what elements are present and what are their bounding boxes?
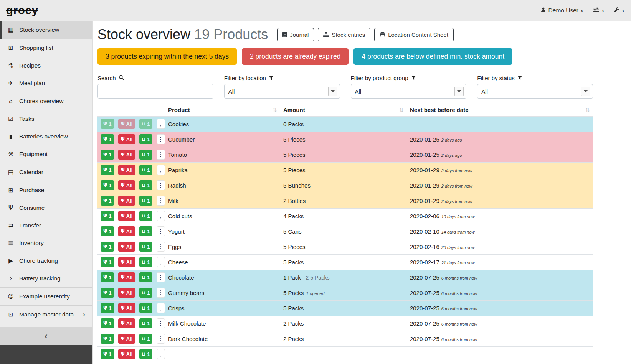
consume-one-button[interactable]: Ψ1 <box>101 334 114 344</box>
consume-one-button[interactable]: Ψ1 <box>101 180 114 190</box>
sidebar-item-shopping-list[interactable]: ⊞ Shopping list <box>0 39 92 57</box>
expiring-banner[interactable]: 3 products expiring within the next 5 da… <box>97 48 237 65</box>
search-input[interactable] <box>97 84 213 99</box>
row-menu-button[interactable]: ⋮ <box>157 288 165 298</box>
open-one-button[interactable]: ⊔1 <box>139 211 153 221</box>
sidebar-item-recipes[interactable]: ⚗ Recipes <box>0 57 92 74</box>
row-menu-button[interactable]: ⋮ <box>157 226 165 236</box>
table-row[interactable]: Ψ1 ΨAll ⊔1 ⋮ Dark Chocolate 2 Packs 2020… <box>97 331 593 346</box>
open-one-button[interactable]: ⊔1 <box>139 119 153 129</box>
admin-menu[interactable]: › <box>614 7 624 14</box>
open-one-button[interactable]: ⊔1 <box>139 272 153 282</box>
table-row[interactable]: Ψ1 ΨAll ⊔1 ⋮ <box>97 346 593 362</box>
consume-one-button[interactable]: Ψ1 <box>101 119 114 129</box>
table-row[interactable]: Ψ1 ΨAll ⊔1 ⋮ Gummy bears 5 Packs1 opened… <box>97 285 593 300</box>
table-row[interactable]: Ψ1 ΨAll ⊔1 ⋮ Cookies 0 Packs <box>97 116 593 132</box>
consume-all-button[interactable]: ΨAll <box>118 165 135 175</box>
sidebar-item-calendar[interactable]: ▤ Calendar <box>0 163 92 181</box>
consume-one-button[interactable]: Ψ1 <box>101 288 114 298</box>
column-header-amount[interactable]: Amount ⇅ <box>280 104 407 117</box>
sidebar-item-chore-tracking[interactable]: ▶ Chore tracking <box>0 252 92 270</box>
consume-one-button[interactable]: Ψ1 <box>101 150 114 160</box>
table-row[interactable]: Ψ1 ΨAll ⊔1 ⋮ Cucumber 5 Pieces 2020-01-2… <box>97 132 593 147</box>
consume-one-button[interactable]: Ψ1 <box>101 257 114 267</box>
sidebar-item-consume[interactable]: Ψ Consume <box>0 199 92 217</box>
table-row[interactable]: Ψ1 ΨAll ⊔1 ⋮ Cold cuts 4 Packs 2020-02-0… <box>97 208 593 224</box>
consume-all-button[interactable]: ΨAll <box>118 226 135 236</box>
row-menu-button[interactable]: ⋮ <box>157 272 165 282</box>
open-one-button[interactable]: ⊔1 <box>139 150 153 160</box>
consume-all-button[interactable]: ΨAll <box>118 134 135 144</box>
row-menu-button[interactable]: ⋮ <box>157 349 165 359</box>
table-row[interactable]: Ψ1 ΨAll ⊔1 ⋮ Crisps 5 Packs 2020-07-256 … <box>97 300 593 316</box>
row-menu-button[interactable]: ⋮ <box>157 196 165 206</box>
sidebar-item-inventory[interactable]: ☰ Inventory <box>0 234 92 252</box>
open-one-button[interactable]: ⊔1 <box>139 318 153 328</box>
sidebar-item-equipment[interactable]: ⚒ Equipment <box>0 145 92 163</box>
open-one-button[interactable]: ⊔1 <box>139 303 153 313</box>
row-menu-button[interactable]: ⋮ <box>157 334 165 344</box>
settings-menu[interactable]: › <box>593 7 604 15</box>
expired-banner[interactable]: 2 products are already expired <box>242 48 349 65</box>
table-row[interactable]: Ψ1 ΨAll ⊔1 ⋮ Cheese 5 Packs 2020-02-1721… <box>97 254 593 270</box>
sidebar-item-manage-master-data[interactable]: ⊡ Manage master data › <box>0 306 92 323</box>
consume-one-button[interactable]: Ψ1 <box>101 349 114 359</box>
app-logo[interactable]: grocy <box>6 4 38 17</box>
table-row[interactable]: Ψ1 ΨAll ⊔1 ⋮ Chocolate 1 PackΣ 5 Packs 2… <box>97 270 593 285</box>
consume-all-button[interactable]: ΨAll <box>118 150 135 160</box>
row-menu-button[interactable]: ⋮ <box>157 211 165 221</box>
table-row[interactable]: Ψ1 ΨAll ⊔1 ⋮ Tomato 5 Pieces 2020-01-252… <box>97 147 593 162</box>
table-row[interactable]: Ψ1 ΨAll ⊔1 ⋮ Eggs 5 Pieces 2020-02-1620 … <box>97 239 593 254</box>
open-one-button[interactable]: ⊔1 <box>139 288 153 298</box>
consume-all-button[interactable]: ΨAll <box>118 272 135 282</box>
table-row[interactable]: Ψ1 ΨAll ⊔1 ⋮ Yogurt 5 Cans 2020-02-1014 … <box>97 224 593 239</box>
row-menu-button[interactable]: ⋮ <box>157 303 165 313</box>
sidebar-item-example-userentity[interactable]: ☺ Example userentity <box>0 288 92 305</box>
consume-all-button[interactable]: ΨAll <box>118 257 135 267</box>
location-filter-select[interactable]: All <box>224 84 340 99</box>
open-one-button[interactable]: ⊔1 <box>139 349 153 359</box>
location-content-sheet-button[interactable]: Location Content Sheet <box>374 28 454 41</box>
sidebar-collapse-button[interactable]: ‹ <box>0 327 92 345</box>
consume-all-button[interactable]: ΨAll <box>118 334 135 344</box>
column-header-best-before[interactable]: Next best before date ⇅ <box>407 104 593 117</box>
table-row[interactable]: Ψ1 ΨAll ⊔1 ⋮ Milk 2 Bottles 2020-01-292 … <box>97 193 593 208</box>
consume-all-button[interactable]: ΨAll <box>118 211 135 221</box>
column-header-product[interactable]: Product ⇅ <box>165 104 280 117</box>
open-one-button[interactable]: ⊔1 <box>139 226 153 236</box>
row-menu-button[interactable]: ⋮ <box>157 242 165 252</box>
consume-all-button[interactable]: ΨAll <box>118 119 135 129</box>
sidebar-item-purchase[interactable]: ⊞ Purchase <box>0 181 92 199</box>
journal-button[interactable]: Journal <box>277 28 314 41</box>
sidebar-item-meal-plan[interactable]: ✈ Meal plan <box>0 74 92 92</box>
consume-one-button[interactable]: Ψ1 <box>101 211 114 221</box>
open-one-button[interactable]: ⊔1 <box>139 242 153 252</box>
sidebar-item-tasks[interactable]: ☑ Tasks <box>0 110 92 128</box>
product-group-filter-select[interactable]: All <box>351 84 467 99</box>
consume-all-button[interactable]: ΨAll <box>118 242 135 252</box>
open-one-button[interactable]: ⊔1 <box>139 334 153 344</box>
row-menu-button[interactable]: ⋮ <box>157 134 165 144</box>
open-one-button[interactable]: ⊔1 <box>139 165 153 175</box>
row-menu-button[interactable]: ⋮ <box>157 165 165 175</box>
table-row[interactable]: Ψ1 ΨAll ⊔1 ⋮ Radish 5 Bunches 2020-01-29… <box>97 178 593 193</box>
row-menu-button[interactable]: ⋮ <box>157 180 165 190</box>
sidebar-item-battery-tracking[interactable]: ⚡ Battery tracking <box>0 270 92 287</box>
row-menu-button[interactable]: ⋮ <box>157 119 165 129</box>
sidebar-item-batteries-overview[interactable]: ▮ Batteries overview <box>0 128 92 145</box>
consume-one-button[interactable]: Ψ1 <box>101 134 114 144</box>
consume-one-button[interactable]: Ψ1 <box>101 196 114 206</box>
consume-all-button[interactable]: ΨAll <box>118 180 135 190</box>
consume-all-button[interactable]: ΨAll <box>118 349 135 359</box>
consume-one-button[interactable]: Ψ1 <box>101 318 114 328</box>
consume-one-button[interactable]: Ψ1 <box>101 303 114 313</box>
consume-all-button[interactable]: ΨAll <box>118 318 135 328</box>
row-menu-button[interactable]: ⋮ <box>157 257 165 267</box>
consume-one-button[interactable]: Ψ1 <box>101 165 114 175</box>
sidebar-item-stock-overview[interactable]: ▦ Stock overview <box>0 21 92 39</box>
consume-one-button[interactable]: Ψ1 <box>101 226 114 236</box>
sidebar-item-transfer[interactable]: ⇄ Transfer <box>0 217 92 234</box>
row-menu-button[interactable]: ⋮ <box>157 318 165 328</box>
row-menu-button[interactable]: ⋮ <box>157 150 165 160</box>
open-one-button[interactable]: ⊔1 <box>139 180 153 190</box>
